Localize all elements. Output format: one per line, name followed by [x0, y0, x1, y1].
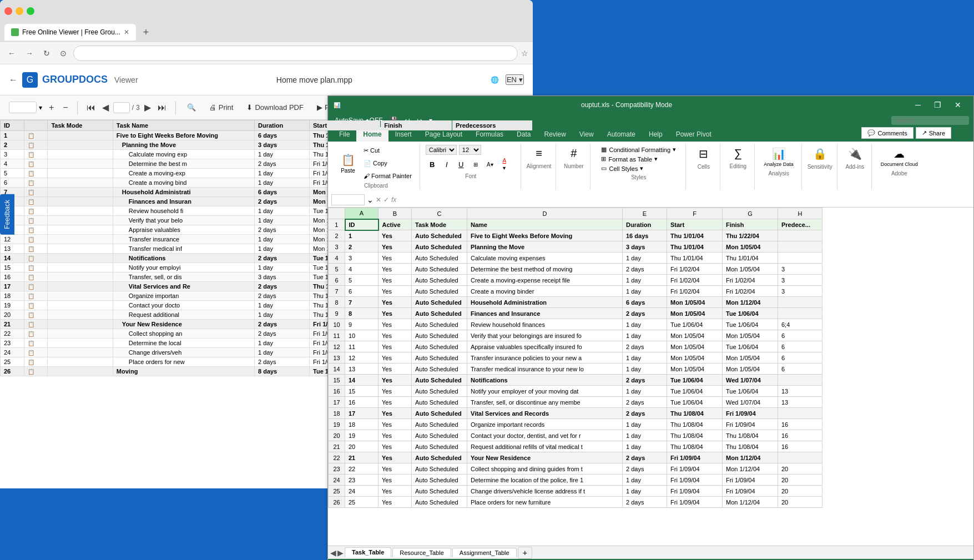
- spreadsheet-container[interactable]: ABCDEFGH 1IDActiveTask ModeNameDurationS…: [328, 208, 973, 546]
- search-box[interactable]: [891, 116, 969, 125]
- next-page-button[interactable]: ▶: [142, 100, 153, 115]
- browser-titlebar: [0, 0, 533, 22]
- cells-button[interactable]: ⊟: [693, 145, 715, 163]
- font-family-select[interactable]: Calibri: [426, 145, 457, 155]
- sheet-tab-resource_table[interactable]: Resource_Table: [392, 548, 451, 557]
- excel-restore-button[interactable]: ❐: [927, 98, 948, 112]
- comments-button[interactable]: 💬 Comments: [861, 127, 913, 139]
- add-sheet-button[interactable]: +: [518, 547, 532, 559]
- sheet-tab-assignment_table[interactable]: Assignment_Table: [452, 548, 517, 557]
- sensitivity-button[interactable]: 🔒: [809, 145, 831, 163]
- col-header-G[interactable]: G: [723, 208, 778, 219]
- expand-formula-button[interactable]: ⌄: [367, 195, 374, 204]
- font-color-button[interactable]: A▾: [498, 157, 511, 172]
- format-table-button[interactable]: ⊞ Format as Table ▾: [598, 154, 679, 164]
- browser-max-btn[interactable]: [27, 7, 34, 15]
- cell-taskmode: Auto Scheduled: [412, 364, 467, 375]
- scroll-tabs-right-button[interactable]: ▶: [337, 548, 344, 557]
- ribbon-tab-view[interactable]: View: [573, 127, 600, 142]
- col-header-A[interactable]: A: [345, 208, 379, 219]
- cell-finish: Mon 1/05/04: [723, 364, 778, 375]
- share-button[interactable]: ↗ Share: [916, 127, 951, 139]
- col-header-E[interactable]: E: [623, 208, 667, 219]
- underline-button[interactable]: U: [455, 159, 468, 170]
- cell-finish: Wed 1/07/04: [723, 397, 778, 408]
- tab-close-icon[interactable]: ✕: [124, 28, 129, 36]
- refresh-button[interactable]: ↻: [40, 47, 53, 60]
- ribbon-tab-help[interactable]: Help: [642, 127, 669, 142]
- fill-color-button[interactable]: A▾: [483, 160, 497, 169]
- app-back-button[interactable]: ←: [9, 75, 18, 85]
- cell-active: Yes: [379, 386, 412, 397]
- cell-predecessors: [778, 241, 822, 253]
- bold-button[interactable]: B: [426, 159, 439, 170]
- search-button[interactable]: 🔍: [183, 101, 200, 114]
- page-number-input[interactable]: 1: [113, 102, 130, 113]
- browser-min-btn[interactable]: [16, 7, 23, 15]
- table-row: 12 11 Yes Auto Scheduled Appraise valuab…: [329, 341, 822, 352]
- cell-reference-box[interactable]: A1: [331, 194, 365, 205]
- download-pdf-button[interactable]: ⬇ Download PDF: [242, 101, 307, 114]
- ribbon-tab-automate[interactable]: Automate: [600, 127, 642, 142]
- sheet-tab-task_table[interactable]: Task_Table: [345, 547, 391, 558]
- col-name-cell: ID: [345, 219, 379, 230]
- editing-button[interactable]: ∑: [727, 145, 749, 162]
- cell-duration: 1 day: [623, 419, 667, 430]
- col-header-C[interactable]: C: [412, 208, 467, 219]
- border-button[interactable]: ⊞: [469, 160, 482, 169]
- cell-active: Yes: [379, 264, 412, 275]
- zoom-control: 100% ▾: [9, 102, 42, 113]
- row-header-25: 25: [329, 486, 345, 497]
- share-area: 💬 Comments ↗ Share: [861, 127, 951, 139]
- feedback-tab[interactable]: Feedback: [0, 194, 14, 235]
- home-button[interactable]: ⊙: [57, 47, 70, 60]
- bookmark-button[interactable]: ☆: [521, 49, 528, 58]
- zoom-input[interactable]: 100%: [9, 102, 37, 113]
- cell-name: Create a moving binder: [467, 286, 623, 297]
- excel-close-button[interactable]: ✕: [948, 98, 968, 112]
- conditional-formatting-button[interactable]: ▦ Conditional Formatting ▾: [598, 145, 679, 154]
- browser-tab[interactable]: Free Online Viewer | Free Grou... ✕: [4, 24, 136, 41]
- print-button[interactable]: 🖨 Print: [205, 101, 238, 114]
- back-button[interactable]: ←: [4, 47, 19, 60]
- last-page-button[interactable]: ⏭: [155, 100, 169, 115]
- prev-page-button[interactable]: ◀: [100, 100, 111, 115]
- excel-minimize-button[interactable]: ─: [909, 98, 927, 112]
- col-header-F[interactable]: F: [667, 208, 723, 219]
- ribbon-tab-review[interactable]: Review: [537, 127, 572, 142]
- browser-close-btn[interactable]: [4, 7, 12, 15]
- cell-taskmode: Auto Scheduled: [412, 375, 467, 386]
- font-size-select[interactable]: 12: [459, 145, 481, 155]
- zoom-out-button[interactable]: −: [60, 100, 70, 115]
- col-header-D[interactable]: D: [467, 208, 623, 219]
- format-painter-button[interactable]: 🖌 Format Painter: [360, 170, 415, 181]
- analyze-data-button[interactable]: 📊 Analyze Data: [760, 145, 797, 169]
- cell-duration: 1 day: [254, 169, 309, 178]
- address-bar[interactable]: products.groupdocs.app/viewer/app/?lang=…: [73, 46, 518, 61]
- number-button[interactable]: #: [563, 145, 585, 162]
- cut-button[interactable]: ✂ Cut: [360, 145, 415, 157]
- paste-button[interactable]: 📋 Paste: [337, 151, 359, 176]
- first-page-button[interactable]: ⏮: [84, 100, 98, 115]
- italic-button[interactable]: I: [440, 159, 453, 170]
- forward-button[interactable]: →: [22, 47, 37, 60]
- new-tab-button[interactable]: +: [138, 24, 154, 40]
- zoom-in-button[interactable]: +: [47, 100, 56, 115]
- formula-input[interactable]: ID: [398, 195, 970, 205]
- copy-button[interactable]: 📄 Copy: [360, 158, 415, 169]
- scroll-tabs-left-button[interactable]: ◀: [330, 548, 336, 557]
- cell-start: Mon 1/05/04: [667, 341, 723, 352]
- ribbon-tab-power-pivot[interactable]: Power Pivot: [669, 127, 718, 142]
- col-header-B[interactable]: B: [379, 208, 412, 219]
- cell-duration: 2 days: [623, 375, 667, 386]
- cell-duration: 1 day: [623, 275, 667, 286]
- language-button[interactable]: EN ▾: [506, 74, 524, 85]
- cell-icon: 📋: [24, 348, 48, 357]
- document-cloud-button[interactable]: ☁ Document Cloud: [877, 145, 921, 169]
- col-header-H[interactable]: H: [778, 208, 822, 219]
- addins-button[interactable]: 🔌: [844, 145, 866, 163]
- cell-duration: 6 days: [254, 131, 309, 140]
- alignment-button[interactable]: ≡: [528, 145, 550, 162]
- cell-predecessors: 20: [778, 486, 822, 497]
- cell-styles-button[interactable]: ▭ Cell Styles ▾: [598, 164, 679, 173]
